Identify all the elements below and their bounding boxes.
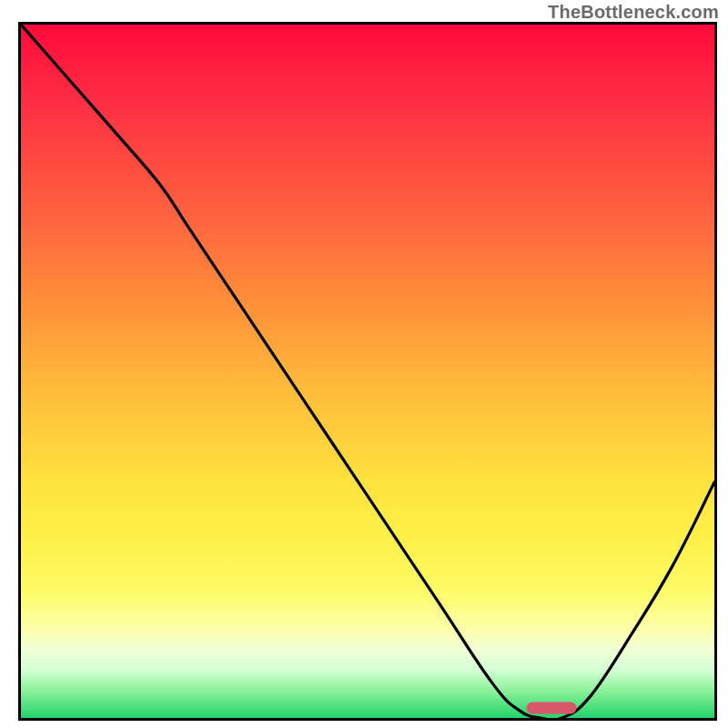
attribution-text: TheBottleneck.com: [548, 2, 719, 23]
chart-container: TheBottleneck.com: [0, 0, 728, 728]
bottleneck-curve: [21, 25, 714, 718]
optimal-marker: [526, 702, 576, 713]
curve-path: [21, 25, 714, 718]
plot-area: [18, 22, 717, 721]
